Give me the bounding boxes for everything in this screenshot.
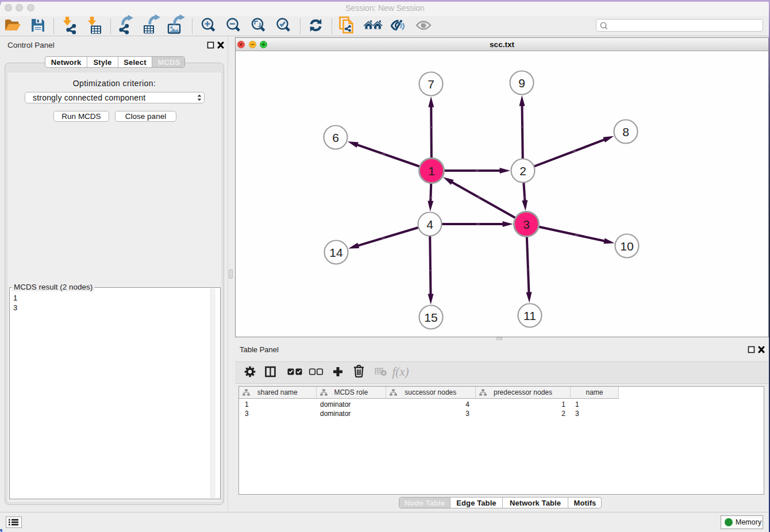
svg-text:f(x): f(x) [392, 365, 409, 379]
